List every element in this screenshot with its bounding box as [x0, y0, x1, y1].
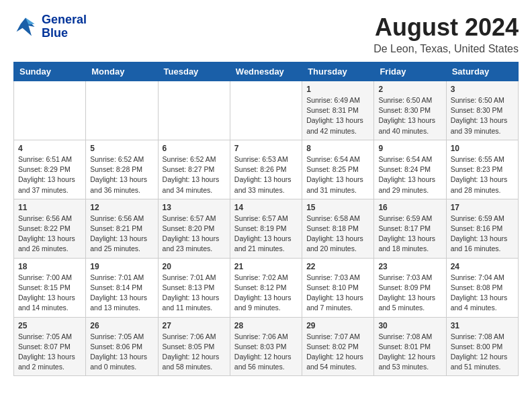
calendar-cell: 16Sunrise: 6:59 AMSunset: 8:17 PMDayligh…	[374, 199, 446, 258]
week-row-4: 18Sunrise: 7:00 AMSunset: 8:15 PMDayligh…	[14, 258, 519, 317]
main-title: August 2024	[373, 13, 519, 42]
day-info: Sunrise: 7:02 AMSunset: 8:12 PMDaylight:…	[234, 273, 298, 314]
day-number: 5	[90, 144, 153, 153]
day-info: Sunrise: 6:53 AMSunset: 8:26 PMDaylight:…	[234, 154, 298, 195]
page-header: General Blue August 2024 De Leon, Texas,…	[13, 13, 519, 55]
calendar-cell: 14Sunrise: 6:57 AMSunset: 8:19 PMDayligh…	[230, 199, 302, 258]
day-info: Sunrise: 7:08 AMSunset: 8:01 PMDaylight:…	[378, 332, 441, 373]
day-info: Sunrise: 6:59 AMSunset: 8:17 PMDaylight:…	[378, 214, 441, 255]
calendar-cell: 23Sunrise: 7:03 AMSunset: 8:09 PMDayligh…	[374, 258, 446, 317]
calendar-cell: 20Sunrise: 7:01 AMSunset: 8:13 PMDayligh…	[158, 258, 230, 317]
calendar-cell: 25Sunrise: 7:05 AMSunset: 8:07 PMDayligh…	[14, 317, 86, 376]
day-number: 25	[18, 321, 81, 330]
calendar-cell: 13Sunrise: 6:57 AMSunset: 8:20 PMDayligh…	[158, 199, 230, 258]
calendar-cell: 21Sunrise: 7:02 AMSunset: 8:12 PMDayligh…	[230, 258, 302, 317]
weekday-header-saturday: Saturday	[446, 62, 518, 81]
calendar-cell: 19Sunrise: 7:01 AMSunset: 8:14 PMDayligh…	[86, 258, 158, 317]
calendar-cell: 10Sunrise: 6:55 AMSunset: 8:23 PMDayligh…	[446, 140, 518, 199]
calendar-cell: 29Sunrise: 7:07 AMSunset: 8:02 PMDayligh…	[302, 317, 374, 376]
week-row-1: 1Sunrise: 6:49 AMSunset: 8:31 PMDaylight…	[14, 81, 519, 140]
day-number: 9	[378, 144, 441, 153]
day-number: 19	[90, 262, 153, 271]
calendar-cell: 3Sunrise: 6:50 AMSunset: 8:30 PMDaylight…	[446, 81, 518, 140]
day-info: Sunrise: 7:06 AMSunset: 8:05 PMDaylight:…	[163, 332, 226, 373]
day-number: 31	[451, 321, 514, 330]
day-number: 15	[306, 203, 369, 212]
calendar-cell: 17Sunrise: 6:59 AMSunset: 8:16 PMDayligh…	[446, 199, 518, 258]
weekday-header-sunday: Sunday	[14, 62, 86, 81]
weekday-header-friday: Friday	[374, 62, 446, 81]
day-info: Sunrise: 7:04 AMSunset: 8:08 PMDaylight:…	[451, 273, 514, 314]
calendar-cell: 24Sunrise: 7:04 AMSunset: 8:08 PMDayligh…	[446, 258, 518, 317]
calendar-cell: 26Sunrise: 7:05 AMSunset: 8:06 PMDayligh…	[86, 317, 158, 376]
calendar-cell: 4Sunrise: 6:51 AMSunset: 8:29 PMDaylight…	[14, 140, 86, 199]
day-number: 29	[306, 321, 369, 330]
day-info: Sunrise: 7:03 AMSunset: 8:09 PMDaylight:…	[378, 273, 441, 314]
day-number: 7	[234, 144, 298, 153]
weekday-header-wednesday: Wednesday	[230, 62, 302, 81]
day-info: Sunrise: 7:03 AMSunset: 8:10 PMDaylight:…	[306, 273, 369, 314]
calendar-cell: 12Sunrise: 6:56 AMSunset: 8:21 PMDayligh…	[86, 199, 158, 258]
day-number: 1	[306, 85, 369, 94]
day-number: 23	[378, 262, 441, 271]
logo-icon	[13, 15, 38, 39]
logo-text: General Blue	[42, 13, 87, 40]
calendar-cell: 22Sunrise: 7:03 AMSunset: 8:10 PMDayligh…	[302, 258, 374, 317]
day-info: Sunrise: 6:52 AMSunset: 8:27 PMDaylight:…	[163, 154, 226, 195]
day-info: Sunrise: 6:57 AMSunset: 8:20 PMDaylight:…	[163, 214, 226, 255]
day-info: Sunrise: 7:05 AMSunset: 8:06 PMDaylight:…	[90, 332, 153, 373]
day-number: 2	[378, 85, 441, 94]
calendar-cell	[158, 81, 230, 140]
calendar-cell	[230, 81, 302, 140]
day-number: 14	[234, 203, 298, 212]
day-info: Sunrise: 7:01 AMSunset: 8:14 PMDaylight:…	[90, 273, 153, 314]
calendar-cell: 8Sunrise: 6:54 AMSunset: 8:25 PMDaylight…	[302, 140, 374, 199]
day-info: Sunrise: 6:50 AMSunset: 8:30 PMDaylight:…	[451, 95, 514, 136]
day-number: 21	[234, 262, 298, 271]
day-info: Sunrise: 7:00 AMSunset: 8:15 PMDaylight:…	[18, 273, 81, 314]
day-number: 8	[306, 144, 369, 153]
day-number: 20	[163, 262, 226, 271]
day-info: Sunrise: 6:54 AMSunset: 8:25 PMDaylight:…	[306, 154, 369, 195]
calendar-cell: 5Sunrise: 6:52 AMSunset: 8:28 PMDaylight…	[86, 140, 158, 199]
calendar-cell: 2Sunrise: 6:50 AMSunset: 8:30 PMDaylight…	[374, 81, 446, 140]
day-number: 28	[234, 321, 298, 330]
weekday-header-monday: Monday	[86, 62, 158, 81]
calendar-cell	[86, 81, 158, 140]
day-info: Sunrise: 7:05 AMSunset: 8:07 PMDaylight:…	[18, 332, 81, 373]
day-number: 22	[306, 262, 369, 271]
calendar-body: 1Sunrise: 6:49 AMSunset: 8:31 PMDaylight…	[14, 81, 519, 376]
day-info: Sunrise: 6:59 AMSunset: 8:16 PMDaylight:…	[451, 214, 514, 255]
calendar-cell: 11Sunrise: 6:56 AMSunset: 8:22 PMDayligh…	[14, 199, 86, 258]
week-row-2: 4Sunrise: 6:51 AMSunset: 8:29 PMDaylight…	[14, 140, 519, 199]
day-info: Sunrise: 7:01 AMSunset: 8:13 PMDaylight:…	[163, 273, 226, 314]
weekday-header-tuesday: Tuesday	[158, 62, 230, 81]
day-info: Sunrise: 7:07 AMSunset: 8:02 PMDaylight:…	[306, 332, 369, 373]
day-info: Sunrise: 7:06 AMSunset: 8:03 PMDaylight:…	[234, 332, 298, 373]
calendar-cell: 1Sunrise: 6:49 AMSunset: 8:31 PMDaylight…	[302, 81, 374, 140]
week-row-3: 11Sunrise: 6:56 AMSunset: 8:22 PMDayligh…	[14, 199, 519, 258]
day-info: Sunrise: 6:52 AMSunset: 8:28 PMDaylight:…	[90, 154, 153, 195]
day-number: 6	[163, 144, 226, 153]
day-number: 27	[163, 321, 226, 330]
logo: General Blue	[13, 13, 87, 40]
calendar-table: SundayMondayTuesdayWednesdayThursdayFrid…	[13, 62, 519, 376]
day-number: 12	[90, 203, 153, 212]
day-number: 30	[378, 321, 441, 330]
day-number: 10	[451, 144, 514, 153]
calendar-cell: 7Sunrise: 6:53 AMSunset: 8:26 PMDaylight…	[230, 140, 302, 199]
day-info: Sunrise: 6:54 AMSunset: 8:24 PMDaylight:…	[378, 154, 441, 195]
subtitle: De Leon, Texas, United States	[373, 43, 519, 55]
title-area: August 2024 De Leon, Texas, United State…	[373, 13, 519, 55]
calendar-cell: 31Sunrise: 7:08 AMSunset: 8:00 PMDayligh…	[446, 317, 518, 376]
day-info: Sunrise: 6:51 AMSunset: 8:29 PMDaylight:…	[18, 154, 81, 195]
day-number: 26	[90, 321, 153, 330]
calendar-cell: 9Sunrise: 6:54 AMSunset: 8:24 PMDaylight…	[374, 140, 446, 199]
calendar-cell: 18Sunrise: 7:00 AMSunset: 8:15 PMDayligh…	[14, 258, 86, 317]
calendar-cell	[14, 81, 86, 140]
day-info: Sunrise: 6:57 AMSunset: 8:19 PMDaylight:…	[234, 214, 298, 255]
svg-marker-0	[17, 17, 35, 36]
calendar-cell: 28Sunrise: 7:06 AMSunset: 8:03 PMDayligh…	[230, 317, 302, 376]
day-info: Sunrise: 6:50 AMSunset: 8:30 PMDaylight:…	[378, 95, 441, 136]
weekday-header-thursday: Thursday	[302, 62, 374, 81]
